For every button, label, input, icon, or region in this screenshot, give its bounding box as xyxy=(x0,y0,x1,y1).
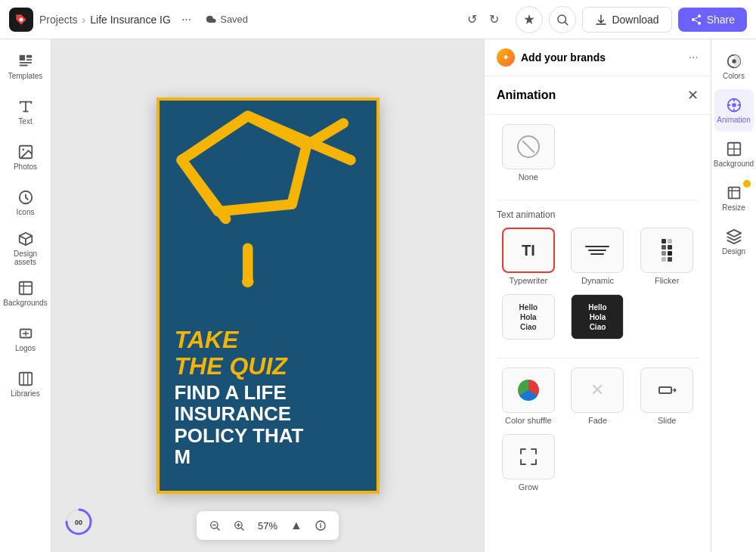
share-button[interactable]: Share xyxy=(678,8,747,32)
zoom-out-button[interactable] xyxy=(206,516,224,535)
right-panel: ✦ Add your brands ··· Animation ✕ xyxy=(484,39,711,552)
anim-dynamic-box[interactable] xyxy=(571,228,624,273)
save-status: Saved xyxy=(205,14,248,26)
colors-icon xyxy=(726,53,742,70)
svg-text:00: 00 xyxy=(75,519,82,526)
sidebar-item-libraries[interactable]: Libraries xyxy=(5,363,47,405)
info-button[interactable] xyxy=(311,516,330,535)
backgrounds-label: Backgrounds xyxy=(3,299,47,307)
flicker-label: Flicker xyxy=(655,276,679,285)
svg-rect-5 xyxy=(19,62,32,64)
sidebar-item-text[interactable]: Text xyxy=(5,91,47,133)
right-rail: Colors Animation Background Resize xyxy=(711,39,756,552)
share-icon xyxy=(690,14,702,26)
grow-icon xyxy=(518,446,539,467)
canvas-graphic xyxy=(160,101,376,315)
sidebar-item-photos[interactable]: Photos xyxy=(5,136,47,178)
progress-indicator: 00 xyxy=(64,507,94,540)
anim-grow-box[interactable] xyxy=(502,434,555,479)
anim-flicker-box[interactable] xyxy=(640,228,693,273)
animation-title: Animation xyxy=(497,88,687,102)
anim-flicker-item[interactable]: Flicker xyxy=(635,228,699,285)
grow-label: Grow xyxy=(519,482,538,492)
share-label: Share xyxy=(707,14,735,26)
rail-animation-label: Animation xyxy=(717,116,750,124)
breadcrumb-chevron: › xyxy=(82,14,86,26)
undo-button[interactable]: ↺ xyxy=(463,9,482,29)
slide-label: Slide xyxy=(658,416,676,425)
zoom-up-button[interactable]: ▲ xyxy=(287,516,305,535)
magic-icon-button[interactable] xyxy=(516,6,543,33)
anim-hello-dark-item[interactable]: HelloHolaCiao xyxy=(566,294,630,340)
photos-icon xyxy=(17,144,34,160)
anim-color-shuffle-box[interactable] xyxy=(502,367,555,413)
anim-typewriter-item[interactable]: TI Typewriter xyxy=(497,228,560,285)
info-icon xyxy=(314,519,327,532)
rail-background[interactable]: Background xyxy=(714,133,754,175)
more-options-button[interactable]: ··· xyxy=(177,10,196,29)
download-icon xyxy=(595,14,607,26)
rail-design-label: Design xyxy=(722,247,745,256)
redo-button[interactable]: ↻ xyxy=(485,9,503,29)
flicker-icon xyxy=(662,239,672,262)
rail-design[interactable]: Design xyxy=(714,221,754,263)
undo-redo-group: ↺ ↻ xyxy=(463,9,503,29)
text-label: Text xyxy=(18,117,32,126)
logos-icon xyxy=(17,325,34,342)
sidebar-item-templates[interactable]: Templates xyxy=(5,45,47,88)
dynamic-icon xyxy=(585,246,609,255)
design-canvas[interactable]: TAKE THE QUIZ FIND A LIFE INSURANCE POLI… xyxy=(156,98,380,494)
animation-close-button[interactable]: ✕ xyxy=(687,87,699,104)
zoom-in-icon xyxy=(233,519,245,532)
logos-label: Logos xyxy=(15,344,36,352)
svg-point-28 xyxy=(732,103,736,107)
anim-color-shuffle-item[interactable]: Color shuffle xyxy=(497,367,560,425)
download-button[interactable]: Download xyxy=(582,7,671,33)
sidebar-item-design-assets[interactable]: Design assets xyxy=(5,227,47,269)
document-title[interactable]: Life Insurance IG xyxy=(90,14,171,26)
fade-label: Fade xyxy=(588,416,607,425)
svg-line-15 xyxy=(181,160,225,219)
svg-point-17 xyxy=(241,275,253,287)
text-animation-section: Text animation TI Typewriter xyxy=(485,200,711,358)
anim-slide-box[interactable] xyxy=(640,367,693,413)
rail-resize[interactable]: Resize xyxy=(714,177,754,219)
anim-grow-item[interactable]: Grow xyxy=(497,434,560,492)
sidebar-item-icons[interactable]: Icons xyxy=(5,181,47,224)
svg-rect-10 xyxy=(19,282,32,295)
anim-none-box[interactable] xyxy=(502,124,555,169)
photos-label: Photos xyxy=(14,163,37,171)
rail-animation[interactable]: Animation xyxy=(714,89,754,132)
svg-point-0 xyxy=(20,17,23,21)
anim-none-item[interactable]: None xyxy=(497,124,560,181)
app-logo[interactable] xyxy=(9,8,33,32)
brands-more-button[interactable]: ··· xyxy=(689,51,699,64)
zoom-in-button[interactable] xyxy=(230,516,248,535)
fade-icon: ✕ xyxy=(590,380,604,400)
sidebar-item-backgrounds[interactable]: Backgrounds xyxy=(5,272,47,315)
rail-colors[interactable]: Colors xyxy=(714,45,754,88)
projects-link[interactable]: Projects xyxy=(39,14,78,26)
cloud-icon xyxy=(205,14,217,26)
anim-hello-light-box[interactable]: HelloHolaCiao xyxy=(502,294,555,340)
anim-none-label: None xyxy=(519,172,538,181)
color-shuffle-icon xyxy=(518,380,539,401)
color-shuffle-label: Color shuffle xyxy=(505,416,552,425)
sidebar-item-logos[interactable]: Logos xyxy=(5,318,47,360)
canvas-toolbar: 57% ▲ xyxy=(197,511,339,540)
anim-dynamic-item[interactable]: Dynamic xyxy=(566,228,630,285)
libraries-label: Libraries xyxy=(11,389,39,398)
svg-rect-3 xyxy=(26,55,31,58)
anim-fade-item[interactable]: ✕ Fade xyxy=(566,367,630,425)
design-assets-icon xyxy=(17,231,34,247)
anim-hello-light-item[interactable]: HelloHolaCiao xyxy=(497,294,560,340)
canvas-area[interactable]: TAKE THE QUIZ FIND A LIFE INSURANCE POLI… xyxy=(51,39,484,552)
anim-hello-dark-box[interactable]: HelloHolaCiao xyxy=(571,294,624,340)
anim-typewriter-box[interactable]: TI xyxy=(502,228,555,273)
anim-slide-item[interactable]: Slide xyxy=(635,367,699,425)
templates-icon xyxy=(17,53,34,70)
magic-icon xyxy=(522,13,536,26)
search-icon-button[interactable] xyxy=(549,6,576,33)
anim-fade-box[interactable]: ✕ xyxy=(571,367,624,413)
slide-icon xyxy=(656,380,677,401)
